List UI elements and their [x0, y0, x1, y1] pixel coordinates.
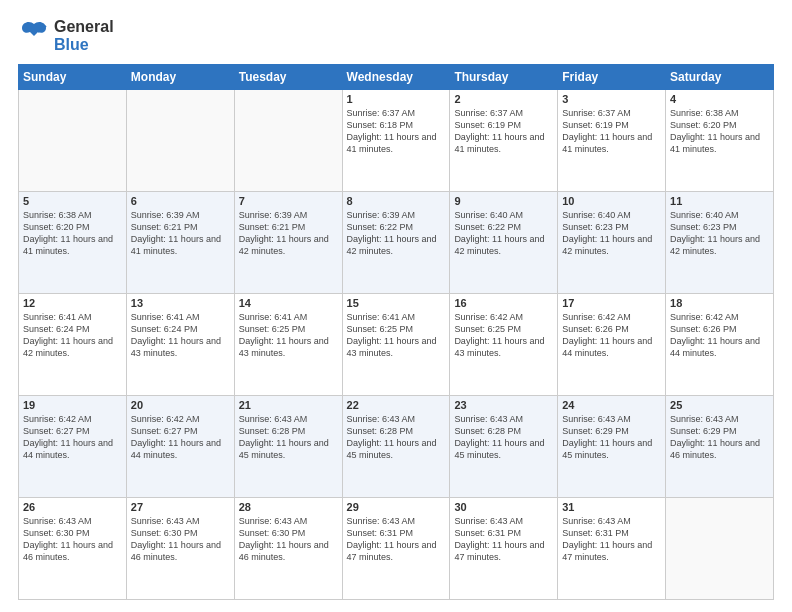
calendar-cell: [234, 90, 342, 192]
week-row-4: 19Sunrise: 6:42 AM Sunset: 6:27 PM Dayli…: [19, 396, 774, 498]
day-info: Sunrise: 6:43 AM Sunset: 6:28 PM Dayligh…: [239, 413, 338, 462]
day-info: Sunrise: 6:37 AM Sunset: 6:19 PM Dayligh…: [562, 107, 661, 156]
week-row-3: 12Sunrise: 6:41 AM Sunset: 6:24 PM Dayli…: [19, 294, 774, 396]
calendar-cell: 11Sunrise: 6:40 AM Sunset: 6:23 PM Dayli…: [666, 192, 774, 294]
calendar-cell: 16Sunrise: 6:42 AM Sunset: 6:25 PM Dayli…: [450, 294, 558, 396]
day-number: 21: [239, 399, 338, 411]
page: General Blue SundayMondayTuesdayWednesda…: [0, 0, 792, 612]
day-info: Sunrise: 6:38 AM Sunset: 6:20 PM Dayligh…: [670, 107, 769, 156]
day-number: 1: [347, 93, 446, 105]
header-wednesday: Wednesday: [342, 65, 450, 90]
day-number: 4: [670, 93, 769, 105]
day-number: 24: [562, 399, 661, 411]
day-number: 27: [131, 501, 230, 513]
calendar-cell: 14Sunrise: 6:41 AM Sunset: 6:25 PM Dayli…: [234, 294, 342, 396]
calendar-cell: 10Sunrise: 6:40 AM Sunset: 6:23 PM Dayli…: [558, 192, 666, 294]
day-number: 12: [23, 297, 122, 309]
calendar-cell: 8Sunrise: 6:39 AM Sunset: 6:22 PM Daylig…: [342, 192, 450, 294]
day-info: Sunrise: 6:43 AM Sunset: 6:29 PM Dayligh…: [562, 413, 661, 462]
week-row-2: 5Sunrise: 6:38 AM Sunset: 6:20 PM Daylig…: [19, 192, 774, 294]
header-saturday: Saturday: [666, 65, 774, 90]
calendar-cell: 22Sunrise: 6:43 AM Sunset: 6:28 PM Dayli…: [342, 396, 450, 498]
calendar-cell: 24Sunrise: 6:43 AM Sunset: 6:29 PM Dayli…: [558, 396, 666, 498]
day-number: 23: [454, 399, 553, 411]
day-number: 5: [23, 195, 122, 207]
day-number: 31: [562, 501, 661, 513]
day-info: Sunrise: 6:42 AM Sunset: 6:27 PM Dayligh…: [23, 413, 122, 462]
calendar-cell: 6Sunrise: 6:39 AM Sunset: 6:21 PM Daylig…: [126, 192, 234, 294]
calendar-cell: 3Sunrise: 6:37 AM Sunset: 6:19 PM Daylig…: [558, 90, 666, 192]
calendar-cell: 26Sunrise: 6:43 AM Sunset: 6:30 PM Dayli…: [19, 498, 127, 600]
day-number: 14: [239, 297, 338, 309]
day-info: Sunrise: 6:39 AM Sunset: 6:22 PM Dayligh…: [347, 209, 446, 258]
calendar-cell: 17Sunrise: 6:42 AM Sunset: 6:26 PM Dayli…: [558, 294, 666, 396]
day-number: 17: [562, 297, 661, 309]
day-number: 9: [454, 195, 553, 207]
day-info: Sunrise: 6:39 AM Sunset: 6:21 PM Dayligh…: [131, 209, 230, 258]
day-number: 10: [562, 195, 661, 207]
day-info: Sunrise: 6:40 AM Sunset: 6:22 PM Dayligh…: [454, 209, 553, 258]
day-number: 19: [23, 399, 122, 411]
calendar-cell: [19, 90, 127, 192]
day-info: Sunrise: 6:41 AM Sunset: 6:25 PM Dayligh…: [347, 311, 446, 360]
header-tuesday: Tuesday: [234, 65, 342, 90]
calendar-cell: 19Sunrise: 6:42 AM Sunset: 6:27 PM Dayli…: [19, 396, 127, 498]
header-thursday: Thursday: [450, 65, 558, 90]
calendar-cell: 5Sunrise: 6:38 AM Sunset: 6:20 PM Daylig…: [19, 192, 127, 294]
day-info: Sunrise: 6:38 AM Sunset: 6:20 PM Dayligh…: [23, 209, 122, 258]
calendar-cell: 18Sunrise: 6:42 AM Sunset: 6:26 PM Dayli…: [666, 294, 774, 396]
day-number: 6: [131, 195, 230, 207]
day-info: Sunrise: 6:43 AM Sunset: 6:30 PM Dayligh…: [23, 515, 122, 564]
logo-bird-icon: [18, 18, 50, 50]
day-info: Sunrise: 6:43 AM Sunset: 6:28 PM Dayligh…: [454, 413, 553, 462]
logo: General Blue: [18, 18, 114, 54]
header-monday: Monday: [126, 65, 234, 90]
day-number: 20: [131, 399, 230, 411]
logo-blue: Blue: [54, 36, 114, 54]
day-number: 29: [347, 501, 446, 513]
day-number: 16: [454, 297, 553, 309]
calendar-cell: 28Sunrise: 6:43 AM Sunset: 6:30 PM Dayli…: [234, 498, 342, 600]
day-info: Sunrise: 6:37 AM Sunset: 6:18 PM Dayligh…: [347, 107, 446, 156]
calendar-cell: 2Sunrise: 6:37 AM Sunset: 6:19 PM Daylig…: [450, 90, 558, 192]
day-info: Sunrise: 6:43 AM Sunset: 6:31 PM Dayligh…: [454, 515, 553, 564]
calendar-cell: [126, 90, 234, 192]
day-info: Sunrise: 6:41 AM Sunset: 6:24 PM Dayligh…: [23, 311, 122, 360]
calendar-cell: 12Sunrise: 6:41 AM Sunset: 6:24 PM Dayli…: [19, 294, 127, 396]
calendar-cell: 30Sunrise: 6:43 AM Sunset: 6:31 PM Dayli…: [450, 498, 558, 600]
calendar-header-row: SundayMondayTuesdayWednesdayThursdayFrid…: [19, 65, 774, 90]
calendar: SundayMondayTuesdayWednesdayThursdayFrid…: [18, 64, 774, 600]
calendar-cell: 20Sunrise: 6:42 AM Sunset: 6:27 PM Dayli…: [126, 396, 234, 498]
calendar-cell: 7Sunrise: 6:39 AM Sunset: 6:21 PM Daylig…: [234, 192, 342, 294]
header-sunday: Sunday: [19, 65, 127, 90]
day-info: Sunrise: 6:42 AM Sunset: 6:26 PM Dayligh…: [670, 311, 769, 360]
day-info: Sunrise: 6:41 AM Sunset: 6:24 PM Dayligh…: [131, 311, 230, 360]
day-info: Sunrise: 6:42 AM Sunset: 6:27 PM Dayligh…: [131, 413, 230, 462]
header: General Blue: [18, 18, 774, 54]
day-number: 13: [131, 297, 230, 309]
calendar-cell: 25Sunrise: 6:43 AM Sunset: 6:29 PM Dayli…: [666, 396, 774, 498]
day-number: 3: [562, 93, 661, 105]
day-number: 22: [347, 399, 446, 411]
day-info: Sunrise: 6:42 AM Sunset: 6:25 PM Dayligh…: [454, 311, 553, 360]
day-info: Sunrise: 6:37 AM Sunset: 6:19 PM Dayligh…: [454, 107, 553, 156]
calendar-cell: 21Sunrise: 6:43 AM Sunset: 6:28 PM Dayli…: [234, 396, 342, 498]
calendar-cell: [666, 498, 774, 600]
calendar-cell: 1Sunrise: 6:37 AM Sunset: 6:18 PM Daylig…: [342, 90, 450, 192]
day-number: 2: [454, 93, 553, 105]
day-info: Sunrise: 6:42 AM Sunset: 6:26 PM Dayligh…: [562, 311, 661, 360]
day-info: Sunrise: 6:43 AM Sunset: 6:28 PM Dayligh…: [347, 413, 446, 462]
day-info: Sunrise: 6:43 AM Sunset: 6:29 PM Dayligh…: [670, 413, 769, 462]
header-friday: Friday: [558, 65, 666, 90]
day-info: Sunrise: 6:40 AM Sunset: 6:23 PM Dayligh…: [670, 209, 769, 258]
day-number: 18: [670, 297, 769, 309]
day-number: 15: [347, 297, 446, 309]
day-number: 11: [670, 195, 769, 207]
day-info: Sunrise: 6:39 AM Sunset: 6:21 PM Dayligh…: [239, 209, 338, 258]
day-info: Sunrise: 6:43 AM Sunset: 6:30 PM Dayligh…: [239, 515, 338, 564]
day-info: Sunrise: 6:40 AM Sunset: 6:23 PM Dayligh…: [562, 209, 661, 258]
calendar-cell: 9Sunrise: 6:40 AM Sunset: 6:22 PM Daylig…: [450, 192, 558, 294]
day-info: Sunrise: 6:43 AM Sunset: 6:30 PM Dayligh…: [131, 515, 230, 564]
logo-general: General: [54, 18, 114, 36]
calendar-cell: 4Sunrise: 6:38 AM Sunset: 6:20 PM Daylig…: [666, 90, 774, 192]
